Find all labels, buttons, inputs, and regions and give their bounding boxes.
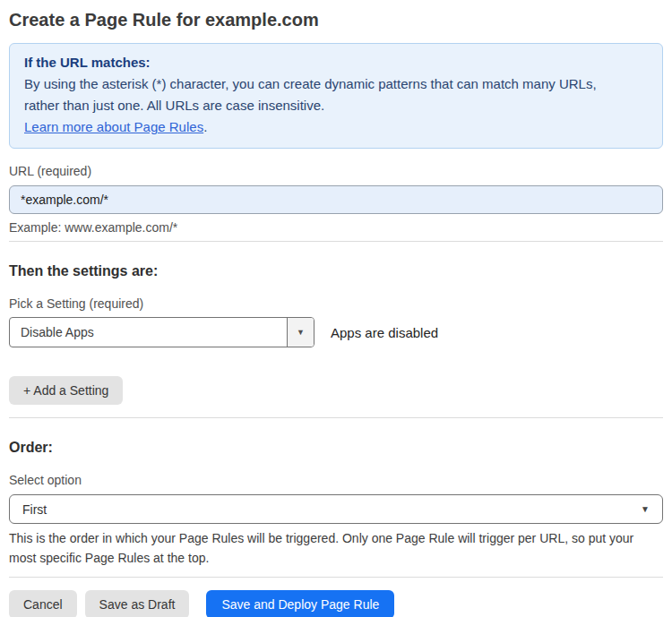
settings-section-heading: Then the settings are: [9, 261, 663, 281]
info-box-body-line: By using the asterisk (*) character, you… [24, 73, 648, 95]
info-box-body-line: rather than just one. All URLs are case … [24, 95, 648, 116]
info-box-link-line: Learn more about Page Rules. [24, 116, 648, 138]
add-setting-button[interactable]: + Add a Setting [9, 376, 123, 405]
create-page-rule-form: Create a Page Rule for example.com If th… [0, 0, 672, 617]
setting-dropdown[interactable]: Disable Apps ▼ [9, 317, 314, 347]
setting-dropdown-arrow-button[interactable]: ▼ [287, 318, 314, 347]
setting-row: Disable Apps ▼ Apps are disabled [9, 317, 663, 347]
learn-more-link[interactable]: Learn more about Page Rules [24, 119, 203, 134]
url-example-helper: Example: www.example.com/* [9, 219, 663, 236]
order-help-line: This is the order in which your Page Rul… [9, 528, 663, 548]
info-box-heading: If the URL matches: [24, 52, 648, 73]
order-select[interactable]: First ▼ [9, 494, 663, 524]
save-draft-button[interactable]: Save as Draft [85, 590, 190, 617]
setting-status-text: Apps are disabled [331, 325, 438, 340]
url-match-info-box: If the URL matches: By using the asteris… [9, 43, 663, 149]
chevron-down-icon: ▼ [641, 505, 650, 514]
link-suffix-period: . [203, 119, 207, 134]
save-deploy-button[interactable]: Save and Deploy Page Rule [206, 590, 394, 617]
section-divider [9, 417, 663, 418]
footer-actions: Cancel Save as Draft Save and Deploy Pag… [9, 590, 663, 617]
setting-picker-label: Pick a Setting (required) [9, 295, 663, 313]
setting-dropdown-value: Disable Apps [10, 318, 287, 347]
footer-divider [9, 577, 663, 578]
chevron-down-icon: ▼ [297, 329, 305, 337]
cancel-button[interactable]: Cancel [9, 590, 77, 617]
order-section-heading: Order: [9, 438, 663, 458]
order-select-label: Select option [9, 471, 663, 489]
url-input[interactable] [9, 185, 663, 214]
section-divider [9, 241, 663, 242]
order-help-line: most specific Page Rules at the top. [9, 548, 663, 568]
url-field-label: URL (required) [9, 162, 663, 180]
order-select-value: First [22, 502, 47, 517]
order-help-text: This is the order in which your Page Rul… [9, 528, 663, 568]
page-title: Create a Page Rule for example.com [9, 9, 663, 30]
